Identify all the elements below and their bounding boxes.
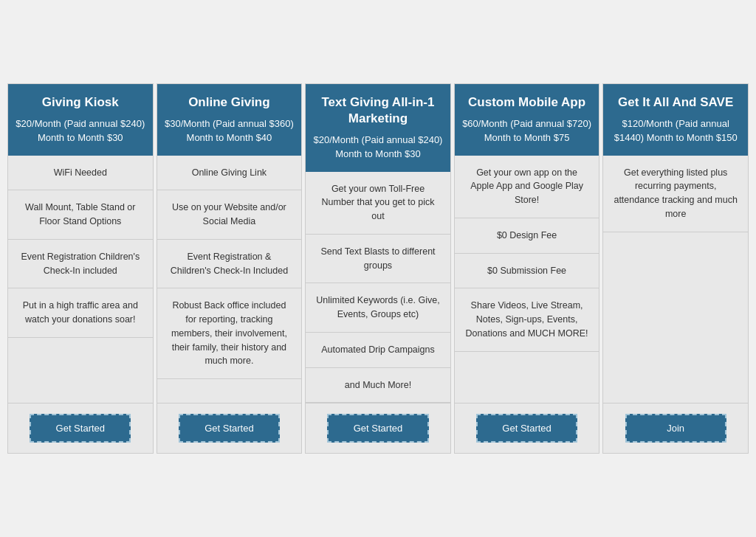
- cta-button-get-it-all[interactable]: Join: [625, 414, 726, 443]
- card-body-giving-kiosk: WiFi NeededWall Mount, Table Stand or Fl…: [8, 156, 153, 403]
- cta-button-giving-kiosk[interactable]: Get Started: [30, 414, 131, 443]
- card-header-get-it-all: Get It All And SAVE$120/Month (Paid annu…: [603, 84, 748, 156]
- card-title-get-it-all: Get It All And SAVE: [611, 94, 740, 111]
- feature-item-custom-mobile-app-2: $0 Submission Fee: [455, 254, 599, 289]
- feature-item-get-it-all-0: Get everything listed plus recurring pay…: [603, 156, 748, 232]
- card-title-online-giving: Online Giving: [165, 94, 295, 111]
- card-footer-online-giving: Get Started: [157, 403, 302, 453]
- feature-item-online-giving-2: Event Registration & Children's Check-In…: [157, 240, 302, 289]
- feature-item-giving-kiosk-1: Wall Mount, Table Stand or Floor Stand O…: [8, 190, 153, 240]
- feature-item-giving-kiosk-0: WiFi Needed: [8, 156, 153, 191]
- card-header-custom-mobile-app: Custom Mobile App$60/Month (Paid annual …: [455, 84, 599, 156]
- pricing-table: Giving Kiosk$20/Month (Paid annual $240)…: [7, 83, 749, 454]
- card-price-online-giving: $30/Month (Paid annual $360) Month to Mo…: [165, 117, 295, 145]
- card-body-custom-mobile-app: Get your own app on the Apple App and Go…: [455, 156, 599, 403]
- feature-item-custom-mobile-app-3: Share Videos, Live Stream, Notes, Sign-u…: [455, 288, 599, 351]
- card-footer-get-it-all: Join: [603, 403, 748, 453]
- card-footer-giving-kiosk: Get Started: [8, 403, 153, 453]
- card-title-giving-kiosk: Giving Kiosk: [16, 94, 145, 111]
- feature-item-text-giving-1: Send Text Blasts to different groups: [306, 235, 450, 284]
- feature-item-custom-mobile-app-1: $0 Design Fee: [455, 218, 599, 254]
- feature-item-online-giving-3: Robust Back office included for reportin…: [157, 288, 302, 379]
- card-footer-custom-mobile-app: Get Started: [455, 403, 599, 453]
- feature-item-text-giving-4: and Much More!: [306, 368, 450, 403]
- feature-item-online-giving-1: Use on your Website and/or Social Media: [157, 190, 302, 240]
- card-body-text-giving: Get your own Toll-Free Number that you g…: [306, 172, 450, 403]
- feature-item-text-giving-0: Get your own Toll-Free Number that you g…: [306, 172, 450, 235]
- cta-button-online-giving[interactable]: Get Started: [179, 414, 280, 443]
- pricing-card-get-it-all: Get It All And SAVE$120/Month (Paid annu…: [602, 83, 749, 454]
- feature-item-text-giving-3: Automated Drip Campaigns: [306, 333, 450, 368]
- card-header-giving-kiosk: Giving Kiosk$20/Month (Paid annual $240)…: [8, 84, 153, 156]
- pricing-card-giving-kiosk: Giving Kiosk$20/Month (Paid annual $240)…: [7, 83, 154, 454]
- card-header-online-giving: Online Giving$30/Month (Paid annual $360…: [157, 84, 302, 156]
- feature-item-giving-kiosk-2: Event Registration Children's Check-In i…: [8, 240, 153, 289]
- card-title-custom-mobile-app: Custom Mobile App: [462, 94, 592, 111]
- feature-item-giving-kiosk-3: Put in a high traffic area and watch you…: [8, 288, 153, 338]
- feature-item-online-giving-0: Online Giving Link: [157, 156, 302, 191]
- pricing-card-custom-mobile-app: Custom Mobile App$60/Month (Paid annual …: [454, 83, 600, 454]
- card-price-get-it-all: $120/Month (Paid annual $1440) Month to …: [611, 117, 740, 145]
- card-body-online-giving: Online Giving LinkUse on your Website an…: [157, 156, 302, 403]
- feature-item-custom-mobile-app-0: Get your own app on the Apple App and Go…: [455, 156, 599, 218]
- card-header-text-giving: Text Giving All-in-1 Marketing$20/Month …: [306, 84, 450, 172]
- pricing-card-online-giving: Online Giving$30/Month (Paid annual $360…: [157, 83, 303, 454]
- pricing-card-text-giving: Text Giving All-in-1 Marketing$20/Month …: [305, 83, 451, 454]
- card-price-giving-kiosk: $20/Month (Paid annual $240) Month to Mo…: [16, 117, 145, 145]
- card-body-get-it-all: Get everything listed plus recurring pay…: [603, 156, 748, 403]
- cta-button-text-giving[interactable]: Get Started: [327, 414, 428, 443]
- card-title-text-giving: Text Giving All-in-1 Marketing: [313, 94, 443, 127]
- cta-button-custom-mobile-app[interactable]: Get Started: [476, 414, 577, 443]
- card-footer-text-giving: Get Started: [306, 403, 450, 453]
- feature-item-text-giving-2: Unlimited Keywords (i.e. Give, Events, G…: [306, 283, 450, 333]
- card-price-custom-mobile-app: $60/Month (Paid annual $720) Month to Mo…: [462, 117, 592, 145]
- card-price-text-giving: $20/Month (Paid annual $240) Month to Mo…: [313, 133, 443, 162]
